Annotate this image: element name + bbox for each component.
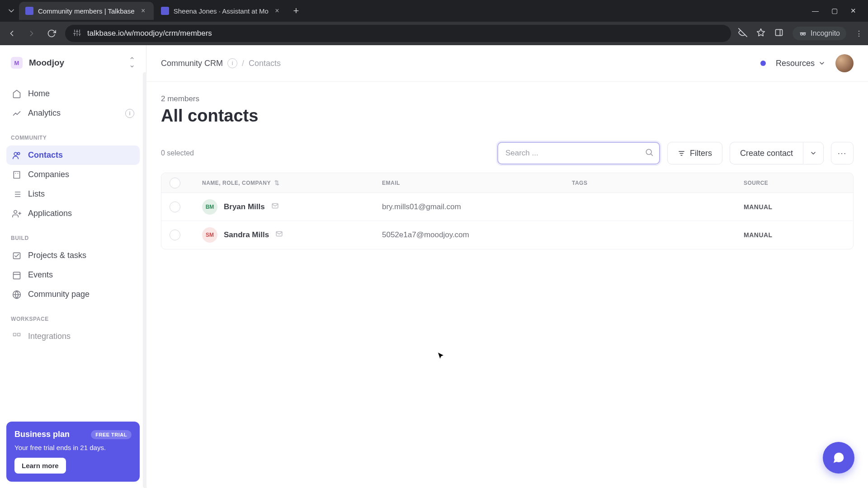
sidebar-item-companies[interactable]: Companies [6,165,140,184]
col-name[interactable]: NAME, ROLE, COMPANY ⇅ [194,179,374,186]
sidebar-item-label: Analytics [28,108,61,118]
search-input[interactable] [497,142,660,164]
browser-tab[interactable]: Sheena Jones · Assistant at Mo × [155,2,288,20]
svg-marker-10 [757,29,765,36]
breadcrumb-root[interactable]: Community CRM [161,59,223,68]
maximize-icon[interactable]: ▢ [831,7,838,15]
minimize-icon[interactable]: — [812,7,819,15]
status-dot-icon [760,61,766,66]
address-bar: talkbase.io/w/moodjoy/crm/members Incogn… [0,22,868,45]
reload-button[interactable] [45,27,58,40]
contacts-icon [12,151,22,160]
sidebar-item-analytics[interactable]: Analytics i [6,103,140,123]
info-icon[interactable]: i [125,109,134,118]
col-email[interactable]: EMAIL [374,180,564,186]
main-panel: Community CRM i / Contacts Resources 2 m… [146,45,868,488]
browser-tab-active[interactable]: Community members | Talkbase × [19,2,154,20]
sidebar: M Moodjoy ⌃⌄ Home Analytics i COMMUNITY … [0,45,146,488]
sidebar-item-label: Events [28,270,53,280]
sidebar-item-community-page[interactable]: Community page [6,285,140,304]
tab-title: Community members | Talkbase [38,7,135,15]
trial-subtitle: Your free trial ends in 21 days. [14,444,132,451]
svg-point-15 [14,152,17,155]
topbar: Community CRM i / Contacts Resources [146,45,868,82]
contact-email: bry.mills01@gmail.com [382,202,461,211]
trial-badge: FREE TRIAL [91,430,132,439]
sidebar-item-applications[interactable]: Applications [6,204,140,223]
contact-source: MANUAL [744,203,773,211]
browser-menu-icon[interactable]: ⋮ [855,29,863,38]
resources-menu[interactable]: Resources [776,59,826,68]
bookmark-star-icon[interactable] [756,28,765,39]
events-icon [12,271,22,280]
select-all-checkbox[interactable] [170,178,180,188]
sidebar-item-events[interactable]: Events [6,265,140,285]
chevron-up-down-icon: ⌃⌄ [129,58,135,67]
sidebar-item-projects[interactable]: Projects & tasks [6,246,140,265]
sidebar-scrollbar[interactable] [143,72,146,488]
col-tags[interactable]: TAGS [564,180,736,186]
create-contact-group: Create contact [730,142,824,164]
close-window-icon[interactable]: ✕ [850,7,856,15]
workspace-switcher[interactable]: M Moodjoy ⌃⌄ [6,53,140,72]
svg-rect-32 [18,333,20,336]
close-tab-icon[interactable]: × [273,7,281,15]
filters-button[interactable]: Filters [667,142,722,164]
filter-icon [678,150,685,157]
row-checkbox[interactable] [170,202,180,212]
sidebar-item-home[interactable]: Home [6,84,140,103]
row-checkbox[interactable] [170,230,180,240]
forward-button [25,27,38,40]
create-contact-button[interactable]: Create contact [730,142,803,164]
chat-icon [832,451,845,465]
favicon-icon [161,7,169,15]
search-wrapper [497,142,660,164]
site-settings-icon[interactable] [73,29,81,38]
contact-avatar: BM [202,199,217,215]
info-icon[interactable]: i [227,58,237,68]
tab-search-dropdown[interactable] [5,4,18,18]
sidebar-item-contacts[interactable]: Contacts [6,145,140,165]
table-row[interactable]: BM Bryan Mills bry.mills01@gmail.com MAN… [161,193,853,221]
close-tab-icon[interactable]: × [139,7,147,15]
back-button[interactable] [5,27,18,40]
breadcrumb-separator: / [242,59,244,68]
new-tab-button[interactable]: + [288,3,304,19]
filters-label: Filters [690,149,712,158]
eye-off-icon[interactable] [738,28,747,39]
sidebar-item-lists[interactable]: Lists [6,184,140,204]
search-icon [645,148,654,159]
create-contact-dropdown[interactable] [803,142,824,164]
companies-icon [12,170,22,179]
incognito-badge[interactable]: Incognito [793,27,846,40]
selected-count: 0 selected [161,149,194,157]
sidebar-item-label: Companies [28,170,69,179]
more-actions-button[interactable]: ⋯ [831,142,854,164]
app-root: M Moodjoy ⌃⌄ Home Analytics i COMMUNITY … [0,45,868,488]
trial-learn-more-button[interactable]: Learn more [14,458,66,474]
contact-email: 5052e1a7@moodjoy.com [382,230,469,239]
table-row[interactable]: SM Sandra Mills 5052e1a7@moodjoy.com MAN… [161,221,853,249]
svg-rect-11 [776,29,783,35]
sidebar-item-label: Projects & tasks [28,251,86,260]
analytics-icon [12,109,22,118]
tab-title: Sheena Jones · Assistant at Mo [174,7,269,15]
sidebar-item-label: Lists [28,189,45,199]
side-panel-icon[interactable] [774,28,783,39]
chevron-down-icon [810,150,817,157]
resources-label: Resources [776,59,815,68]
col-source[interactable]: SOURCE [736,180,853,186]
svg-point-14 [803,33,806,35]
window-controls: — ▢ ✕ [812,7,863,15]
user-avatar[interactable] [835,54,854,72]
breadcrumb: Community CRM i / Contacts [161,58,281,68]
url-field[interactable]: talkbase.io/w/moodjoy/crm/members [65,25,731,42]
table-header: NAME, ROLE, COMPANY ⇅ EMAIL TAGS SOURCE [161,173,853,193]
chat-fab-button[interactable] [823,442,854,474]
members-count: 2 members [161,94,854,103]
breadcrumb-current: Contacts [249,59,281,68]
sidebar-item-integrations[interactable]: Integrations [6,327,140,346]
lists-icon [12,190,22,199]
favicon-icon [25,7,33,15]
mail-icon [275,230,283,240]
